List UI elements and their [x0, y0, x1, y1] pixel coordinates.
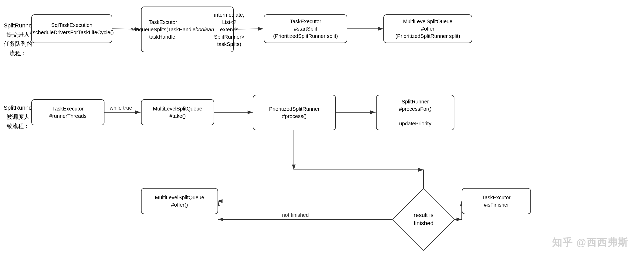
diamond-result-finished: result isfinished [401, 197, 446, 242]
box-taskexcutor-enqueue: TaskExcutor#enqueueSplits(TaskHandletask… [141, 7, 234, 52]
box-taskexcutor-isfinisher: TaskExcutor#isFinisher [462, 188, 531, 214]
diamond-label: result isfinished [405, 211, 442, 227]
watermark: 知乎 @西西弗斯 [552, 236, 628, 249]
box-multilevelsplitqueue-take: MultiLevelSplitQueue#take() [141, 99, 214, 125]
box-sqltaskexecution: SqlTaskExecution#scheduleDriversForTaskL… [31, 14, 112, 43]
diagram-container: while true not finished SplitRunner 提交进入… [0, 0, 644, 257]
box-taskexecutor-runnerthreads: TaskExecutor#runnerThreads [31, 99, 104, 125]
box-splitrunner-processfor: SplitRunner#processFor()updatePriority [376, 95, 454, 130]
box-multilevelsplitqueue-offer1: MultiLevelSplitQueue#offer(PrioritizedSp… [383, 14, 472, 43]
while-true-label: while true [109, 105, 132, 111]
box-prioritizedsplitrunner-process: PrioritizedSplitRunner#process() [253, 95, 336, 130]
not-finished-label: not finished [282, 212, 309, 218]
box-taskexecutor-startsplit: TaskExecutor#startSplit(PrioritizedSplit… [264, 14, 347, 43]
box-multilevelsplitqueue-offer2: MultiLevelSplitQueue#offer() [141, 188, 218, 214]
section1-label: SplitRunner 提交进入任务队列的流程： [4, 21, 32, 58]
section2-label: SplitRunner 被调度大致流程： [4, 103, 32, 131]
